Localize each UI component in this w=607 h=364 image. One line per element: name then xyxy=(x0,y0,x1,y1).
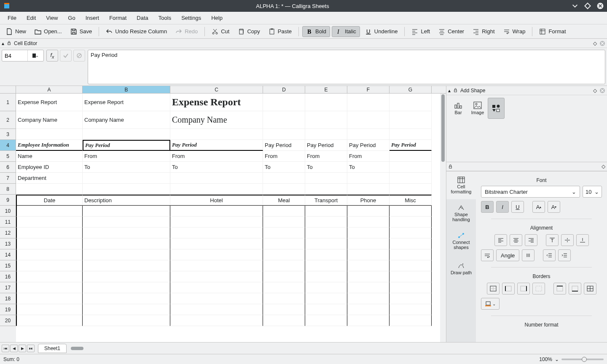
row-10[interactable]: 10 xyxy=(0,206,16,217)
cell-G11[interactable] xyxy=(389,217,432,228)
cell-B14[interactable] xyxy=(83,249,170,260)
row-18[interactable]: 18 xyxy=(0,293,16,304)
cell-F2[interactable] xyxy=(347,111,389,129)
cell-D15[interactable] xyxy=(263,260,305,271)
border-right-button[interactable] xyxy=(517,283,530,294)
cell-C1[interactable]: Expense Report xyxy=(170,94,263,111)
vertical-text-button[interactable] xyxy=(522,249,534,261)
paste-button[interactable]: Paste xyxy=(265,27,295,37)
font-bold-button[interactable]: B xyxy=(481,201,494,213)
font-subscript-button[interactable]: A▾ xyxy=(548,201,560,213)
cell-C19[interactable] xyxy=(170,304,263,315)
align-left-button[interactable]: Left xyxy=(408,27,433,37)
cell-A14[interactable] xyxy=(16,249,83,260)
lock-icon[interactable] xyxy=(453,88,458,93)
cell-E1[interactable] xyxy=(305,94,347,111)
valign-middle-button[interactable] xyxy=(561,234,574,246)
diamond-icon[interactable]: ◇ xyxy=(602,163,605,169)
cell-A8[interactable] xyxy=(16,184,83,195)
cell-G10[interactable] xyxy=(389,206,432,217)
cell-D7[interactable] xyxy=(263,173,305,184)
cell-B5[interactable]: From xyxy=(83,151,170,162)
cell-G18[interactable] xyxy=(389,293,432,304)
cell-F3[interactable] xyxy=(347,129,389,140)
cell-E17[interactable] xyxy=(305,282,347,293)
cell-D20[interactable] xyxy=(263,315,305,326)
col-D[interactable]: D xyxy=(263,86,305,93)
menu-tools[interactable]: Tools xyxy=(153,13,176,23)
cell-C11[interactable] xyxy=(170,217,263,228)
border-left-button[interactable] xyxy=(502,283,515,294)
font-family-select[interactable]: Bitstream Charter⌄ xyxy=(481,186,580,198)
row-13[interactable]: 13 xyxy=(0,238,16,249)
cell-B12[interactable] xyxy=(83,228,170,238)
cell-C8[interactable] xyxy=(170,184,263,195)
menu-settings[interactable]: Settings xyxy=(176,13,206,23)
cell-B3[interactable] xyxy=(83,129,170,140)
row-12[interactable]: 12 xyxy=(0,228,16,238)
angle-button[interactable]: Angle xyxy=(496,249,519,261)
halign-left-button[interactable] xyxy=(494,234,507,246)
cell-B10[interactable] xyxy=(83,206,170,217)
cell-G19[interactable] xyxy=(389,304,432,315)
row-11[interactable]: 11 xyxy=(0,217,16,228)
cell-B16[interactable] xyxy=(83,271,170,282)
cell-G5[interactable] xyxy=(389,151,432,162)
tab-next-button[interactable]: ▶ xyxy=(19,345,26,352)
cell-A5[interactable]: Name xyxy=(16,151,83,162)
cell-A1[interactable]: Expense Report xyxy=(16,94,83,111)
zoom-value[interactable]: 100% xyxy=(539,356,552,362)
cell-E18[interactable] xyxy=(305,293,347,304)
cell-F9[interactable]: Phone xyxy=(347,195,389,206)
row-17[interactable]: 17 xyxy=(0,282,16,293)
menu-insert[interactable]: Insert xyxy=(81,13,105,23)
cell-E15[interactable] xyxy=(305,260,347,271)
redo-button[interactable]: Redo xyxy=(172,27,201,37)
cell-C17[interactable] xyxy=(170,282,263,293)
cell-E2[interactable] xyxy=(305,111,347,129)
cell-G16[interactable] xyxy=(389,271,432,282)
cell-F6[interactable]: To xyxy=(347,162,389,173)
cell-ref-input[interactable] xyxy=(2,50,27,61)
maximize-button[interactable] xyxy=(584,3,591,9)
tab-cell-formatting[interactable]: Cell formatting xyxy=(446,171,476,199)
row-2[interactable]: 2 xyxy=(0,111,16,129)
close-panel-icon[interactable] xyxy=(599,88,605,94)
cell-B2[interactable]: Company Name xyxy=(83,111,170,129)
formula-input[interactable]: Pay Period xyxy=(88,50,605,84)
shape-more[interactable] xyxy=(488,98,505,119)
cell-D2[interactable] xyxy=(263,111,305,129)
col-C[interactable]: C xyxy=(170,86,263,93)
cell-F8[interactable] xyxy=(347,184,389,195)
cell-C7[interactable] xyxy=(170,173,263,184)
cell-F19[interactable] xyxy=(347,304,389,315)
new-button[interactable]: New xyxy=(3,27,30,37)
tab-draw-path[interactable]: Draw path xyxy=(446,255,476,283)
diamond-icon[interactable]: ◇ xyxy=(593,88,597,94)
cell-E11[interactable] xyxy=(305,217,347,228)
valign-bottom-button[interactable] xyxy=(576,234,589,246)
tab-first-button[interactable]: ⏮ xyxy=(2,345,9,352)
row-15[interactable]: 15 xyxy=(0,260,16,271)
cell-C13[interactable] xyxy=(170,238,263,249)
cell-A9[interactable]: Date xyxy=(16,195,83,206)
cell-B20[interactable] xyxy=(83,315,170,326)
menu-data[interactable]: Data xyxy=(132,13,153,23)
menu-format[interactable]: Format xyxy=(104,13,132,23)
cell-A7[interactable]: Department xyxy=(16,173,83,184)
collapse-icon[interactable]: ▴ xyxy=(2,40,4,46)
cell-A10[interactable] xyxy=(16,206,83,217)
border-all-button[interactable] xyxy=(584,283,596,294)
row-19[interactable]: 19 xyxy=(0,304,16,315)
cell-G20[interactable] xyxy=(389,315,432,326)
cell-B4[interactable]: Pay Period xyxy=(83,140,170,151)
cell-F1[interactable] xyxy=(347,94,389,111)
save-button[interactable]: Save xyxy=(67,27,96,37)
cell-F13[interactable] xyxy=(347,238,389,249)
row-20[interactable]: 20 xyxy=(0,315,16,326)
tab-prev-button[interactable]: ◀ xyxy=(10,345,18,352)
cell-E7[interactable] xyxy=(305,173,347,184)
cell-C2[interactable]: Company Name xyxy=(170,111,263,129)
cell-D18[interactable] xyxy=(263,293,305,304)
cell-B17[interactable] xyxy=(83,282,170,293)
